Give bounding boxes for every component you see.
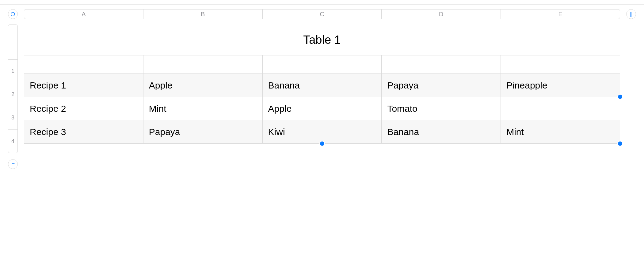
cell-c3[interactable]: Apple	[262, 97, 382, 120]
column-header-a[interactable]: A	[24, 9, 143, 19]
table-row[interactable]	[24, 55, 620, 74]
table-container: Table 1 Recipe 1 Apple Banana Papaya Pin…	[24, 24, 620, 144]
cell-e4[interactable]: Mint	[501, 120, 620, 144]
data-table[interactable]: Recipe 1 Apple Banana Papaya Pineapple R…	[24, 55, 620, 144]
column-header-d[interactable]: D	[382, 9, 501, 19]
add-row-button[interactable]: =	[8, 159, 18, 169]
table-title[interactable]: Table 1	[24, 24, 620, 55]
cell-b2[interactable]: Apple	[143, 74, 262, 97]
cell-e1[interactable]	[501, 55, 620, 74]
cell-d2[interactable]: Papaya	[382, 74, 501, 97]
column-header-e[interactable]: E	[501, 9, 620, 19]
equals-icon: =	[12, 161, 14, 168]
table-row[interactable]: Recipe 2 Mint Apple Tomato	[24, 97, 620, 120]
row-header-blank	[8, 25, 17, 60]
cell-d1[interactable]	[382, 55, 501, 74]
row-header-1[interactable]: 1	[8, 60, 17, 83]
row-header-2[interactable]: 2	[8, 83, 17, 106]
cell-a4[interactable]: Recipe 3	[24, 120, 143, 144]
table-origin-button[interactable]	[8, 9, 18, 19]
cell-b1[interactable]	[143, 55, 262, 74]
cell-c1[interactable]	[262, 55, 382, 74]
circle-icon	[10, 12, 15, 17]
cell-a2[interactable]: Recipe 1	[24, 74, 143, 97]
table-row[interactable]: Recipe 1 Apple Banana Papaya Pineapple	[24, 74, 620, 97]
column-header-b[interactable]: B	[143, 9, 263, 19]
add-column-button[interactable]: ||	[626, 9, 636, 19]
cell-a3[interactable]: Recipe 2	[24, 97, 143, 120]
cell-b4[interactable]: Papaya	[143, 120, 262, 144]
double-bar-icon: ||	[630, 11, 632, 17]
selection-handle-corner[interactable]	[618, 141, 622, 146]
row-header-3[interactable]: 3	[8, 106, 17, 130]
cell-c2[interactable]: Banana	[262, 74, 382, 97]
cell-c4[interactable]: Kiwi	[262, 120, 382, 144]
cell-a1[interactable]	[24, 55, 143, 74]
selection-handle-right[interactable]	[618, 95, 622, 99]
cell-b3[interactable]: Mint	[143, 97, 262, 120]
cell-d3[interactable]: Tomato	[382, 97, 501, 120]
table-row[interactable]: Recipe 3 Papaya Kiwi Banana Mint	[24, 120, 620, 144]
top-divider	[0, 4, 644, 5]
column-headers[interactable]: A B C D E	[24, 9, 620, 19]
row-header-4[interactable]: 4	[8, 130, 17, 153]
cell-e3[interactable]	[501, 97, 620, 120]
row-headers[interactable]: 1 2 3 4	[8, 24, 18, 153]
selection-handle-bottom[interactable]	[320, 141, 324, 146]
cell-d4[interactable]: Banana	[382, 120, 501, 144]
cell-e2[interactable]: Pineapple	[501, 74, 620, 97]
svg-point-0	[11, 12, 15, 16]
column-header-c[interactable]: C	[263, 9, 382, 19]
